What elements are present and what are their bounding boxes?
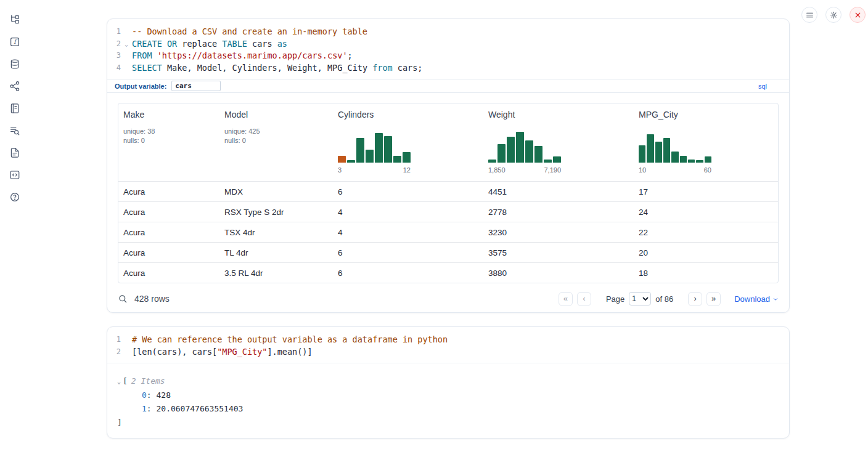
pagination: « ‹ Page 1 of 86 › » bbox=[559, 292, 721, 306]
snippets-icon[interactable] bbox=[9, 169, 20, 180]
tree-root: ⌄[2 Items bbox=[117, 374, 779, 389]
histogram-bars bbox=[338, 129, 411, 163]
code-text: FROM 'https://datasets.marimo.app/cars.c… bbox=[132, 50, 353, 62]
table-row[interactable]: AcuraMDX6445117 bbox=[118, 181, 778, 201]
code-token: as bbox=[277, 39, 287, 49]
column-histogram[interactable]: 312 bbox=[338, 129, 411, 174]
code-line[interactable]: 1# We can reference the output variable … bbox=[107, 334, 789, 346]
histogram-bar bbox=[534, 146, 542, 163]
svg-text:f: f bbox=[14, 38, 17, 45]
dependency-graph-icon[interactable] bbox=[9, 81, 20, 92]
code-line[interactable]: 2⌄CREATE OR replace TABLE cars as bbox=[107, 38, 789, 51]
fold-chevron-icon[interactable]: ⌄ bbox=[121, 38, 132, 51]
code-line[interactable]: 4SELECT Make, Model, Cylinders, Weight, … bbox=[107, 62, 789, 75]
column-histogram[interactable]: 1,8507,190 bbox=[488, 129, 561, 174]
column-stat: unique: 425 bbox=[224, 127, 328, 135]
rows-count: 428 rows bbox=[134, 294, 170, 304]
page-of-label: of 86 bbox=[655, 294, 673, 304]
data-table: Makeunique: 38nulls: 0Modelunique: 425nu… bbox=[118, 103, 779, 283]
histogram-bar bbox=[384, 136, 392, 163]
prev-page-button[interactable]: ‹ bbox=[577, 292, 591, 306]
table-cell: 3.5 RL 4dr bbox=[219, 269, 333, 278]
chevron-down-icon bbox=[772, 296, 779, 302]
code-token: -- Download a CSV and create an in-memor… bbox=[132, 26, 367, 36]
column-stats: unique: 425nulls: 0 bbox=[224, 127, 328, 144]
code-token: ; bbox=[348, 51, 353, 60]
table-row[interactable]: AcuraTL 4dr6357520 bbox=[118, 242, 778, 262]
table-cell: 2778 bbox=[483, 208, 634, 217]
histogram-bar bbox=[663, 138, 670, 163]
code-token: cars; bbox=[393, 63, 423, 73]
code-token: 'https://datasets.marimo.app/cars.csv' bbox=[157, 51, 348, 60]
table-row[interactable]: Acura3.5 RL 4dr6388018 bbox=[118, 262, 778, 283]
function-icon[interactable]: f bbox=[9, 36, 20, 47]
table-cell: 3880 bbox=[483, 269, 634, 278]
sidebar-panel-toolbar: f bbox=[0, 0, 30, 449]
column-header-make[interactable]: Makeunique: 38nulls: 0 bbox=[118, 103, 219, 181]
table-cell: 3230 bbox=[483, 228, 634, 237]
table-cell: 22 bbox=[634, 228, 779, 237]
table-cell: Acura bbox=[118, 248, 219, 257]
table-row[interactable]: AcuraTSX 4dr4323022 bbox=[118, 222, 778, 242]
code-token bbox=[152, 51, 157, 60]
file-tree-icon[interactable] bbox=[9, 14, 20, 25]
column-histogram[interactable]: 1060 bbox=[639, 129, 711, 174]
help-icon[interactable] bbox=[9, 192, 20, 203]
tree-item-key: 0 bbox=[142, 390, 147, 400]
histogram-bar bbox=[696, 160, 703, 163]
table-row[interactable]: AcuraRSX Type S 2dr4277824 bbox=[118, 201, 778, 222]
collapse-chevron-icon[interactable]: ⌄ bbox=[117, 378, 121, 385]
histogram-bar bbox=[705, 156, 711, 163]
histogram-axis: 1060 bbox=[639, 166, 711, 174]
histogram-bar bbox=[366, 150, 374, 163]
fold-spacer bbox=[121, 334, 132, 346]
table-cell: 4 bbox=[333, 228, 483, 237]
table-cell: MDX bbox=[219, 187, 333, 196]
next-page-button[interactable]: › bbox=[688, 292, 702, 306]
cell1-code[interactable]: 1-- Download a CSV and create an in-memo… bbox=[107, 19, 789, 79]
histogram-bar bbox=[347, 160, 355, 163]
histogram-bar bbox=[671, 152, 678, 163]
column-header-mpg_city[interactable]: MPG_City1060 bbox=[634, 103, 779, 181]
code-text: [len(cars), cars["MPG_City"].mean()] bbox=[132, 346, 313, 358]
cell2-code[interactable]: 1# We can reference the output variable … bbox=[107, 327, 789, 363]
output-variable-input[interactable] bbox=[171, 81, 221, 91]
page-select[interactable]: 1 bbox=[629, 292, 651, 305]
sql-cell: 1-- Download a CSV and create an in-memo… bbox=[107, 18, 790, 313]
column-name: Make bbox=[123, 110, 215, 119]
code-line[interactable]: 2[len(cars), cars["MPG_City"].mean()] bbox=[107, 346, 789, 358]
settings-button[interactable] bbox=[825, 7, 841, 23]
code-line[interactable]: 3FROM 'https://datasets.marimo.app/cars.… bbox=[107, 50, 789, 62]
notebook-icon[interactable] bbox=[9, 103, 20, 114]
code-token: ].mean()] bbox=[267, 347, 312, 357]
column-header-weight[interactable]: Weight1,8507,190 bbox=[483, 103, 634, 181]
code-token: from bbox=[372, 63, 393, 73]
datasources-icon[interactable] bbox=[9, 59, 20, 70]
code-token: SELECT bbox=[132, 63, 162, 73]
code-token: Make, Model, Cylinders, Weight, MPG_City bbox=[162, 63, 372, 73]
table-cell: 17 bbox=[634, 187, 779, 196]
histogram-bar bbox=[647, 134, 653, 163]
code-token: [len(cars), cars[ bbox=[132, 347, 217, 357]
line-number: 4 bbox=[107, 62, 121, 75]
histogram-bar bbox=[497, 144, 506, 163]
code-token: replace bbox=[177, 39, 222, 49]
code-token: CREATE OR bbox=[132, 39, 177, 49]
table-cell: 3575 bbox=[483, 248, 634, 257]
documentation-icon[interactable] bbox=[9, 147, 20, 158]
download-button[interactable]: Download bbox=[734, 294, 779, 304]
column-header-cylinders[interactable]: Cylinders312 bbox=[333, 103, 483, 181]
histogram-axis: 1,8507,190 bbox=[488, 166, 561, 174]
search-button[interactable] bbox=[118, 294, 128, 304]
histogram-bar bbox=[688, 160, 695, 163]
shutdown-button[interactable] bbox=[850, 7, 866, 23]
code-text: # We can reference the output variable a… bbox=[132, 334, 448, 346]
menu-button[interactable] bbox=[801, 7, 817, 23]
column-stat: nulls: 0 bbox=[123, 137, 215, 144]
first-page-button[interactable]: « bbox=[559, 292, 573, 306]
logs-icon[interactable] bbox=[9, 125, 20, 136]
column-header-model[interactable]: Modelunique: 425nulls: 0 bbox=[219, 103, 333, 181]
last-page-button[interactable]: » bbox=[706, 292, 721, 306]
code-line[interactable]: 1-- Download a CSV and create an in-memo… bbox=[107, 26, 789, 38]
histogram-axis: 312 bbox=[338, 166, 411, 174]
